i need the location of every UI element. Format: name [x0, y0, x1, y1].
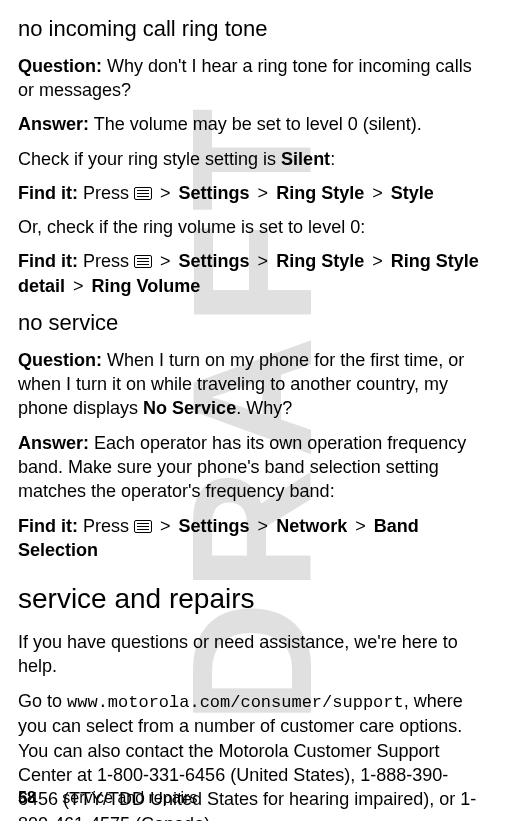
s3-p1: If you have questions or need assistance…	[18, 630, 488, 679]
gt-icon: >	[258, 251, 269, 271]
q2: Question: When I turn on my phone for th…	[18, 348, 488, 421]
check-pre: Check if your ring style setting is	[18, 149, 281, 169]
gt-icon: >	[372, 251, 383, 271]
q2-post: . Why?	[236, 398, 292, 418]
a2: Answer: Each operator has its own operat…	[18, 431, 488, 504]
findit-3: Find it: Press > Settings > Network > Ba…	[18, 514, 488, 563]
gt-icon: >	[258, 516, 269, 536]
findit3-press: Press	[83, 516, 129, 536]
check-post: :	[330, 149, 335, 169]
menu-icon	[134, 255, 152, 268]
findit2-press: Press	[83, 251, 129, 271]
gt-icon: >	[160, 516, 171, 536]
support-url: www.motorola.com/consumer/support	[67, 693, 404, 712]
heading-ring-tone: no incoming call ring tone	[18, 14, 488, 44]
gt-icon: >	[160, 183, 171, 203]
gt-icon: >	[372, 183, 383, 203]
menu-icon	[134, 520, 152, 533]
q1: Question: Why don't I hear a ring tone f…	[18, 54, 488, 103]
findit-2: Find it: Press > Settings > Ring Style >…	[18, 249, 488, 298]
path3-b: Network	[276, 516, 347, 536]
a2-label: Answer:	[18, 433, 89, 453]
path3-a: Settings	[179, 516, 250, 536]
gt-icon: >	[160, 251, 171, 271]
path1-a: Settings	[179, 183, 250, 203]
findit1-label: Find it:	[18, 183, 78, 203]
check-val: Silent	[281, 149, 330, 169]
path2-d: Ring Volume	[92, 276, 201, 296]
q2-label: Question:	[18, 350, 102, 370]
path2-a: Settings	[179, 251, 250, 271]
findit2-label: Find it:	[18, 251, 78, 271]
check-line: Check if your ring style setting is Sile…	[18, 147, 488, 171]
path2-b: Ring Style	[276, 251, 364, 271]
findit3-label: Find it:	[18, 516, 78, 536]
menu-icon	[134, 187, 152, 200]
findit1-press: Press	[83, 183, 129, 203]
page-content: no incoming call ring tone Question: Why…	[18, 14, 488, 821]
heading-service-repairs: service and repairs	[18, 580, 488, 618]
heading-no-service: no service	[18, 308, 488, 338]
s3-p2: Go to www.motorola.com/consumer/support,…	[18, 689, 488, 821]
a1-text: The volume may be set to level 0 (silent…	[94, 114, 422, 134]
s3-p2-pre: Go to	[18, 691, 67, 711]
path1-c: Style	[391, 183, 434, 203]
q1-label: Question:	[18, 56, 102, 76]
path1-b: Ring Style	[276, 183, 364, 203]
gt-icon: >	[258, 183, 269, 203]
a1-label: Answer:	[18, 114, 89, 134]
findit-1: Find it: Press > Settings > Ring Style >…	[18, 181, 488, 205]
gt-icon: >	[355, 516, 366, 536]
q2-val: No Service	[143, 398, 236, 418]
a1: Answer: The volume may be set to level 0…	[18, 112, 488, 136]
gt-icon: >	[73, 276, 84, 296]
or-line: Or, check if the ring volume is set to l…	[18, 215, 488, 239]
